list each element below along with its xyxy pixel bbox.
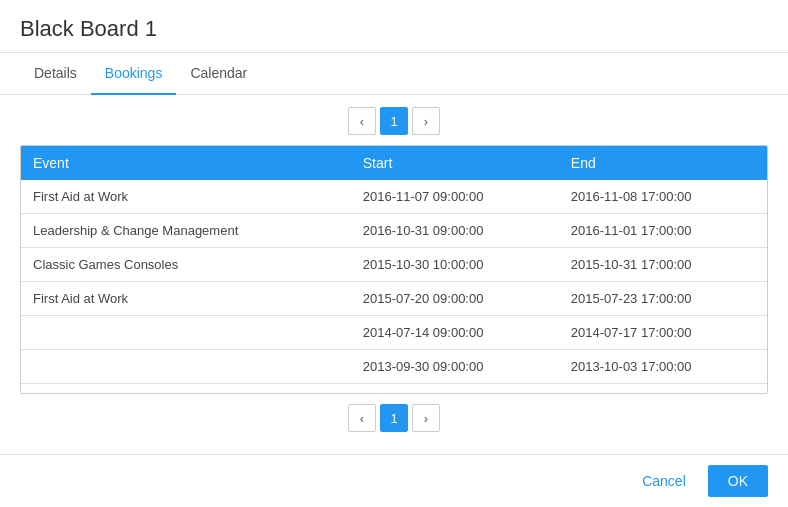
col-header-start: Start: [351, 146, 559, 180]
table-row: 2013-07-15 09:00:002013-07-18 17:00:00: [21, 384, 767, 395]
page-title: Black Board 1: [20, 16, 768, 42]
dialog-body: ‹ 1 › Event Start End First Aid at Work2…: [0, 95, 788, 454]
cell-end: 2016-11-08 17:00:00: [559, 180, 767, 214]
tab-details[interactable]: Details: [20, 53, 91, 95]
cell-start: 2013-09-30 09:00:00: [351, 350, 559, 384]
pagination-bottom: ‹ 1 ›: [348, 404, 440, 432]
cell-start: 2015-07-20 09:00:00: [351, 282, 559, 316]
cell-end: 2013-10-03 17:00:00: [559, 350, 767, 384]
cell-end: 2013-07-18 17:00:00: [559, 384, 767, 395]
current-page-button-bottom[interactable]: 1: [380, 404, 408, 432]
cell-start: 2015-10-30 10:00:00: [351, 248, 559, 282]
bookings-table: Event Start End First Aid at Work2016-11…: [21, 146, 767, 394]
tabs-bar: Details Bookings Calendar: [0, 53, 788, 95]
cell-event: First Aid at Work: [21, 180, 351, 214]
dialog: Black Board 1 Details Bookings Calendar …: [0, 0, 788, 507]
prev-page-button-bottom[interactable]: ‹: [348, 404, 376, 432]
dialog-footer: Cancel OK: [0, 454, 788, 507]
cell-event: Leadership & Change Management: [21, 214, 351, 248]
tab-calendar[interactable]: Calendar: [176, 53, 261, 95]
table-row: 2014-07-14 09:00:002014-07-17 17:00:00: [21, 316, 767, 350]
table-row: 2013-09-30 09:00:002013-10-03 17:00:00: [21, 350, 767, 384]
current-page-button-top[interactable]: 1: [380, 107, 408, 135]
next-page-button-top[interactable]: ›: [412, 107, 440, 135]
table-row: First Aid at Work2016-11-07 09:00:002016…: [21, 180, 767, 214]
cell-start: 2016-10-31 09:00:00: [351, 214, 559, 248]
cell-end: 2015-10-31 17:00:00: [559, 248, 767, 282]
pagination-top: ‹ 1 ›: [348, 107, 440, 135]
cell-event: [21, 350, 351, 384]
col-header-event: Event: [21, 146, 351, 180]
next-page-button-bottom[interactable]: ›: [412, 404, 440, 432]
tab-bookings[interactable]: Bookings: [91, 53, 177, 95]
cell-event: [21, 384, 351, 395]
table-header-row: Event Start End: [21, 146, 767, 180]
cell-end: 2016-11-01 17:00:00: [559, 214, 767, 248]
cell-start: 2013-07-15 09:00:00: [351, 384, 559, 395]
table-row: Leadership & Change Management2016-10-31…: [21, 214, 767, 248]
table-row: First Aid at Work2015-07-20 09:00:002015…: [21, 282, 767, 316]
cell-end: 2015-07-23 17:00:00: [559, 282, 767, 316]
cell-start: 2016-11-07 09:00:00: [351, 180, 559, 214]
prev-page-button-top[interactable]: ‹: [348, 107, 376, 135]
ok-button[interactable]: OK: [708, 465, 768, 497]
bookings-table-container: Event Start End First Aid at Work2016-11…: [20, 145, 768, 394]
cell-event: [21, 316, 351, 350]
cancel-button[interactable]: Cancel: [630, 465, 698, 497]
dialog-header: Black Board 1: [0, 0, 788, 53]
col-header-end: End: [559, 146, 767, 180]
cell-event: First Aid at Work: [21, 282, 351, 316]
cell-event: Classic Games Consoles: [21, 248, 351, 282]
cell-start: 2014-07-14 09:00:00: [351, 316, 559, 350]
cell-end: 2014-07-17 17:00:00: [559, 316, 767, 350]
table-row: Classic Games Consoles2015-10-30 10:00:0…: [21, 248, 767, 282]
